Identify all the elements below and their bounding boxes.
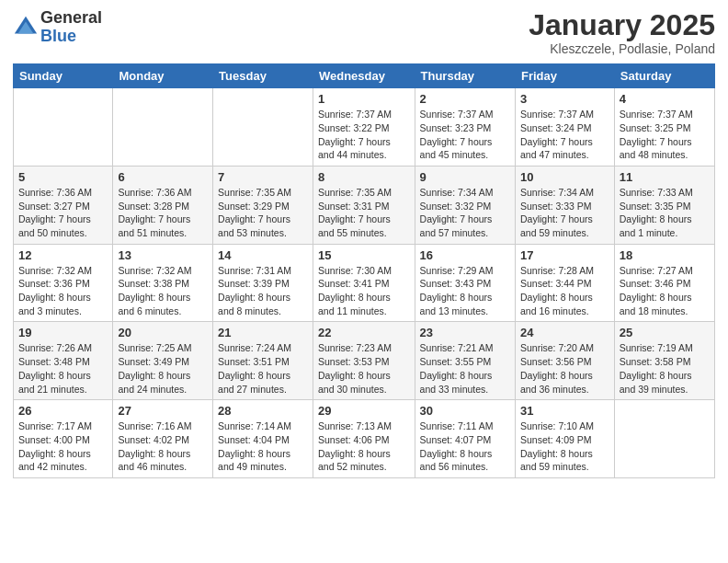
- day-number: 12: [18, 248, 108, 262]
- calendar-cell: 18Sunrise: 7:27 AM Sunset: 3:46 PM Dayli…: [614, 244, 714, 322]
- day-info: Sunrise: 7:24 AM Sunset: 3:51 PM Dayligh…: [218, 341, 308, 396]
- day-number: 24: [520, 326, 609, 339]
- day-number: 3: [520, 92, 609, 106]
- logo-blue-text: Blue: [40, 28, 102, 46]
- day-info: Sunrise: 7:32 AM Sunset: 3:38 PM Dayligh…: [118, 264, 208, 318]
- calendar-week-4: 19Sunrise: 7:26 AM Sunset: 3:48 PM Dayli…: [14, 322, 715, 400]
- day-info: Sunrise: 7:35 AM Sunset: 3:29 PM Dayligh…: [218, 186, 308, 240]
- calendar-cell: 30Sunrise: 7:11 AM Sunset: 4:07 PM Dayli…: [415, 400, 515, 478]
- day-number: 4: [620, 92, 710, 106]
- calendar-cell: [113, 88, 213, 167]
- calendar-cell: 5Sunrise: 7:36 AM Sunset: 3:27 PM Daylig…: [14, 166, 113, 244]
- calendar-body: 1Sunrise: 7:37 AM Sunset: 3:22 PM Daylig…: [14, 88, 715, 478]
- calendar-cell: [614, 400, 714, 478]
- calendar-cell: 1Sunrise: 7:37 AM Sunset: 3:22 PM Daylig…: [313, 88, 415, 167]
- calendar-cell: 22Sunrise: 7:23 AM Sunset: 3:53 PM Dayli…: [313, 322, 415, 400]
- calendar-week-5: 26Sunrise: 7:17 AM Sunset: 4:00 PM Dayli…: [14, 400, 715, 478]
- calendar-cell: 7Sunrise: 7:35 AM Sunset: 3:29 PM Daylig…: [213, 166, 313, 244]
- day-info: Sunrise: 7:37 AM Sunset: 3:22 PM Dayligh…: [318, 108, 410, 162]
- calendar-cell: 11Sunrise: 7:33 AM Sunset: 3:35 PM Dayli…: [614, 166, 714, 244]
- logo-icon: [13, 15, 39, 40]
- day-number: 7: [218, 170, 308, 184]
- day-number: 17: [520, 248, 609, 262]
- logo: General Blue: [13, 9, 102, 46]
- calendar-cell: 3Sunrise: 7:37 AM Sunset: 3:24 PM Daylig…: [515, 88, 614, 167]
- calendar-cell: 10Sunrise: 7:34 AM Sunset: 3:33 PM Dayli…: [515, 166, 614, 244]
- day-info: Sunrise: 7:34 AM Sunset: 3:32 PM Dayligh…: [420, 186, 510, 240]
- day-info: Sunrise: 7:30 AM Sunset: 3:41 PM Dayligh…: [318, 264, 410, 318]
- day-number: 23: [420, 326, 510, 339]
- calendar-week-1: 1Sunrise: 7:37 AM Sunset: 3:22 PM Daylig…: [14, 88, 715, 167]
- calendar-cell: 28Sunrise: 7:14 AM Sunset: 4:04 PM Dayli…: [213, 400, 313, 478]
- calendar-cell: 20Sunrise: 7:25 AM Sunset: 3:49 PM Dayli…: [113, 322, 213, 400]
- calendar-week-2: 5Sunrise: 7:36 AM Sunset: 3:27 PM Daylig…: [14, 166, 715, 244]
- page-container: General Blue January 2025 Kleszczele, Po…: [0, 0, 728, 484]
- month-title: January 2025: [529, 9, 715, 41]
- header-tuesday: Tuesday: [213, 64, 313, 88]
- day-info: Sunrise: 7:26 AM Sunset: 3:48 PM Dayligh…: [18, 341, 108, 396]
- calendar-cell: 21Sunrise: 7:24 AM Sunset: 3:51 PM Dayli…: [213, 322, 313, 400]
- calendar-cell: 9Sunrise: 7:34 AM Sunset: 3:32 PM Daylig…: [415, 166, 515, 244]
- day-number: 28: [218, 404, 308, 418]
- day-number: 5: [18, 170, 108, 184]
- calendar-cell: 27Sunrise: 7:16 AM Sunset: 4:02 PM Dayli…: [113, 400, 213, 478]
- logo-general-text: General: [40, 9, 102, 28]
- header-thursday: Thursday: [415, 64, 515, 88]
- calendar-cell: 4Sunrise: 7:37 AM Sunset: 3:25 PM Daylig…: [614, 88, 714, 167]
- calendar-cell: 23Sunrise: 7:21 AM Sunset: 3:55 PM Dayli…: [415, 322, 515, 400]
- day-info: Sunrise: 7:37 AM Sunset: 3:24 PM Dayligh…: [520, 108, 609, 162]
- day-number: 10: [520, 170, 609, 184]
- header-wednesday: Wednesday: [313, 64, 415, 88]
- calendar-cell: 14Sunrise: 7:31 AM Sunset: 3:39 PM Dayli…: [213, 244, 313, 322]
- calendar-cell: [14, 88, 113, 167]
- day-info: Sunrise: 7:28 AM Sunset: 3:44 PM Dayligh…: [520, 264, 609, 318]
- day-info: Sunrise: 7:35 AM Sunset: 3:31 PM Dayligh…: [318, 186, 410, 240]
- day-number: 19: [18, 326, 108, 339]
- calendar-cell: 29Sunrise: 7:13 AM Sunset: 4:06 PM Dayli…: [313, 400, 415, 478]
- logo-text: General Blue: [40, 9, 102, 46]
- day-info: Sunrise: 7:36 AM Sunset: 3:27 PM Dayligh…: [18, 186, 108, 240]
- day-info: Sunrise: 7:13 AM Sunset: 4:06 PM Dayligh…: [318, 419, 410, 474]
- day-info: Sunrise: 7:33 AM Sunset: 3:35 PM Dayligh…: [620, 186, 710, 240]
- calendar-cell: 12Sunrise: 7:32 AM Sunset: 3:36 PM Dayli…: [14, 244, 113, 322]
- header: General Blue January 2025 Kleszczele, Po…: [13, 9, 715, 56]
- day-info: Sunrise: 7:29 AM Sunset: 3:43 PM Dayligh…: [420, 264, 510, 318]
- day-info: Sunrise: 7:32 AM Sunset: 3:36 PM Dayligh…: [18, 264, 108, 318]
- calendar-cell: 24Sunrise: 7:20 AM Sunset: 3:56 PM Dayli…: [515, 322, 614, 400]
- day-info: Sunrise: 7:20 AM Sunset: 3:56 PM Dayligh…: [520, 341, 609, 396]
- header-friday: Friday: [515, 64, 614, 88]
- header-saturday: Saturday: [614, 64, 714, 88]
- day-info: Sunrise: 7:19 AM Sunset: 3:58 PM Dayligh…: [620, 341, 710, 396]
- day-info: Sunrise: 7:25 AM Sunset: 3:49 PM Dayligh…: [118, 341, 208, 396]
- day-number: 20: [118, 326, 208, 339]
- calendar-cell: 15Sunrise: 7:30 AM Sunset: 3:41 PM Dayli…: [313, 244, 415, 322]
- calendar-cell: [213, 88, 313, 167]
- day-number: 21: [218, 326, 308, 339]
- day-info: Sunrise: 7:21 AM Sunset: 3:55 PM Dayligh…: [420, 341, 510, 396]
- day-number: 9: [420, 170, 510, 184]
- calendar-cell: 17Sunrise: 7:28 AM Sunset: 3:44 PM Dayli…: [515, 244, 614, 322]
- weekday-row: Sunday Monday Tuesday Wednesday Thursday…: [14, 64, 715, 88]
- calendar-cell: 6Sunrise: 7:36 AM Sunset: 3:28 PM Daylig…: [113, 166, 213, 244]
- header-monday: Monday: [113, 64, 213, 88]
- day-info: Sunrise: 7:14 AM Sunset: 4:04 PM Dayligh…: [218, 419, 308, 474]
- day-number: 15: [318, 248, 410, 262]
- day-info: Sunrise: 7:37 AM Sunset: 3:25 PM Dayligh…: [620, 108, 710, 162]
- day-number: 26: [18, 404, 108, 418]
- day-number: 22: [318, 326, 410, 339]
- day-number: 30: [420, 404, 510, 418]
- day-number: 29: [318, 404, 410, 418]
- day-number: 16: [420, 248, 510, 262]
- calendar-cell: 13Sunrise: 7:32 AM Sunset: 3:38 PM Dayli…: [113, 244, 213, 322]
- day-info: Sunrise: 7:34 AM Sunset: 3:33 PM Dayligh…: [520, 186, 609, 240]
- calendar-cell: 19Sunrise: 7:26 AM Sunset: 3:48 PM Dayli…: [14, 322, 113, 400]
- title-section: January 2025 Kleszczele, Podlasie, Polan…: [529, 9, 715, 56]
- location-subtitle: Kleszczele, Podlasie, Poland: [529, 41, 715, 56]
- calendar-header: Sunday Monday Tuesday Wednesday Thursday…: [14, 64, 715, 88]
- day-number: 11: [620, 170, 710, 184]
- day-info: Sunrise: 7:31 AM Sunset: 3:39 PM Dayligh…: [218, 264, 308, 318]
- day-number: 27: [118, 404, 208, 418]
- day-info: Sunrise: 7:36 AM Sunset: 3:28 PM Dayligh…: [118, 186, 208, 240]
- day-number: 14: [218, 248, 308, 262]
- day-number: 6: [118, 170, 208, 184]
